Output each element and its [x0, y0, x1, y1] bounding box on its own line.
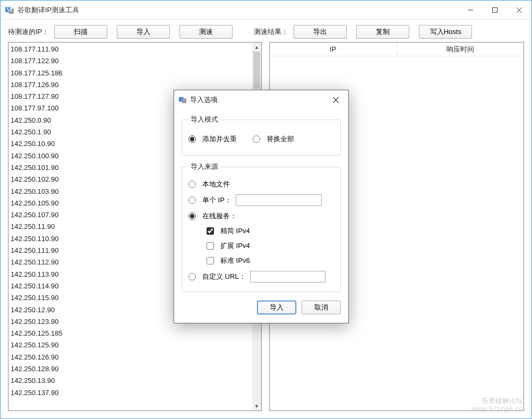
- ipv6-std-option[interactable]: 标准 IPv6: [188, 253, 334, 268]
- mode-append-option[interactable]: 添加并去重: [188, 132, 237, 147]
- dialog-title: 导入选项: [190, 95, 218, 105]
- ipv4-lite-checkbox[interactable]: [207, 227, 214, 235]
- mode-replace-option[interactable]: 替换全部: [253, 132, 294, 147]
- mode-append-radio[interactable]: [188, 135, 196, 143]
- source-custom-url-radio[interactable]: [188, 273, 196, 280]
- dialog-titlebar[interactable]: 导入选项: [174, 90, 348, 109]
- app-window: G 谷歌翻译IP测速工具 待测速的IP： 扫描 导入 测速 测速结果： 导出 复…: [0, 0, 532, 419]
- dialog-icon: [178, 96, 187, 104]
- mode-append-label: 添加并去重: [202, 134, 237, 144]
- ipv4-lite-option[interactable]: 精简 IPv4: [188, 224, 334, 238]
- dialog-actions: 导入 取消: [182, 298, 341, 318]
- single-ip-input[interactable]: [236, 194, 322, 206]
- source-local-radio[interactable]: [188, 181, 196, 188]
- source-single-ip-label: 单个 IP：: [202, 195, 231, 205]
- svg-rect-8: [182, 98, 186, 103]
- ipv4-lite-label: 精简 IPv4: [220, 226, 250, 236]
- source-custom-url-label: 自定义 URL：: [202, 272, 246, 281]
- source-online-option[interactable]: 在线服务：: [188, 209, 334, 224]
- source-local-option[interactable]: 本地文件: [188, 177, 334, 192]
- dialog-overlay: 导入选项 导入模式 添加并去重 替换全部: [1, 1, 531, 418]
- import-source-legend: 导入来源: [188, 162, 220, 172]
- ipv6-std-checkbox[interactable]: [207, 257, 214, 264]
- close-icon: [333, 97, 339, 103]
- source-single-ip-option[interactable]: 单个 IP：: [188, 192, 334, 209]
- ipv4-ext-checkbox[interactable]: [207, 242, 214, 250]
- source-local-label: 本地文件: [202, 179, 230, 189]
- source-online-radio[interactable]: [188, 212, 196, 220]
- import-dialog: 导入选项 导入模式 添加并去重 替换全部: [174, 90, 349, 323]
- import-source-group: 导入来源 本地文件 单个 IP： 在线服务：: [182, 162, 341, 292]
- source-single-ip-radio[interactable]: [188, 196, 196, 204]
- ipv4-ext-label: 扩展 IPv4: [220, 241, 250, 251]
- dialog-close-button[interactable]: [326, 92, 345, 107]
- dialog-import-button[interactable]: 导入: [257, 301, 296, 314]
- custom-url-input[interactable]: [250, 271, 325, 283]
- source-online-label: 在线服务：: [202, 211, 237, 221]
- import-mode-group: 导入模式 添加并去重 替换全部: [182, 115, 341, 156]
- ipv6-std-label: 标准 IPv6: [220, 256, 250, 266]
- mode-replace-label: 替换全部: [267, 134, 294, 144]
- mode-replace-radio[interactable]: [253, 135, 260, 143]
- source-custom-url-option[interactable]: 自定义 URL：: [188, 268, 334, 285]
- import-mode-legend: 导入模式: [188, 115, 220, 124]
- dialog-cancel-button[interactable]: 取消: [302, 301, 341, 314]
- dialog-body: 导入模式 添加并去重 替换全部 导入来源: [174, 109, 348, 323]
- ipv4-ext-option[interactable]: 扩展 IPv4: [188, 238, 334, 253]
